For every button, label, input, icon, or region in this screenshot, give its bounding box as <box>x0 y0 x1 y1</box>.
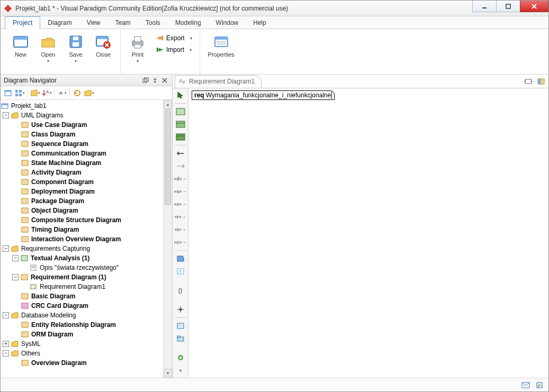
menu-window[interactable]: Window <box>209 16 246 29</box>
menu-project[interactable]: Project <box>5 16 40 29</box>
package-tool-icon[interactable] <box>174 333 187 344</box>
tree-crc-diagram[interactable]: CRC Card Diagram <box>31 302 88 309</box>
properties-button[interactable]: Properties <box>205 33 237 58</box>
anchor-tool-icon[interactable] <box>174 304 187 315</box>
menu-help[interactable]: Help <box>246 16 274 29</box>
tree-item[interactable]: Package Diagram <box>31 197 84 205</box>
palette-dropdown-icon[interactable]: ▾ <box>174 364 187 376</box>
tree-item[interactable]: Sequence Diagram <box>31 140 88 148</box>
collapse-icon[interactable]: − <box>3 312 9 318</box>
testcase-tool-icon[interactable] <box>174 131 187 143</box>
more-tools-icon[interactable] <box>174 352 187 363</box>
new-diagram-icon[interactable] <box>3 88 13 98</box>
scroll-thumb[interactable] <box>165 110 171 205</box>
tree-group-others[interactable]: Others <box>21 350 40 357</box>
derive-tool-icon[interactable] <box>174 160 187 172</box>
window-minimize-button[interactable] <box>472 1 497 12</box>
model-tool-icon[interactable] <box>174 118 187 130</box>
tree-requirement-diagram[interactable]: Requirement Diagram (1) <box>31 274 106 281</box>
expand-icon[interactable]: ▾ <box>30 88 40 98</box>
mail-icon[interactable] <box>521 380 530 390</box>
sort-icon[interactable]: A▾ <box>41 88 52 98</box>
open-folder-icon[interactable]: ▾ <box>84 88 94 98</box>
tree-item[interactable]: State Machine Diagram <box>31 159 101 167</box>
layers-icon[interactable] <box>536 76 546 87</box>
tree-group-database[interactable]: Database Modeling <box>21 312 76 319</box>
navigator-pin-icon[interactable] <box>151 76 159 85</box>
navigator-close-icon[interactable] <box>160 76 169 85</box>
dependency-r-tool-icon[interactable]: «r»→ <box>174 211 187 223</box>
svg-rect-52 <box>22 322 28 327</box>
tree-item[interactable]: Use Case Diagram <box>31 121 87 129</box>
tree-item[interactable]: Object Diagram <box>31 207 78 214</box>
collapse-icon[interactable]: − <box>12 255 19 261</box>
note-tool-icon[interactable] <box>174 253 187 265</box>
tree-item[interactable]: Interaction Overview Diagram <box>31 235 121 243</box>
dependency-s-tool-icon[interactable]: «s»→ <box>174 186 187 197</box>
tree-item-req1[interactable]: Requirement Diagram1 <box>40 283 105 290</box>
dependency-t-tool-icon[interactable]: «t»→ <box>174 224 187 235</box>
export-button[interactable]: Export ▾ <box>154 33 194 43</box>
image-tool-icon[interactable] <box>174 320 187 332</box>
tree-root[interactable]: Projekt_lab1 <box>11 102 47 110</box>
menu-tools[interactable]: Tools <box>138 16 168 29</box>
req-name-input[interactable]: Wymagania_funkcjonalne_i_niefunkcjonalne <box>206 92 332 99</box>
open-button[interactable]: Open ▾ <box>37 33 60 63</box>
dependency-c-tool-icon[interactable]: «c»→ <box>174 236 187 248</box>
requirement-tool-icon[interactable] <box>174 106 187 117</box>
tree-scrollbar[interactable]: ▴ ▾ <box>163 100 172 378</box>
tree-item[interactable]: Class Diagram <box>31 131 75 138</box>
tree-item[interactable]: Timing Diagram <box>31 226 79 233</box>
tree-item-opis[interactable]: Opis "świata rzeczywistego" <box>40 264 119 271</box>
collapse-icon[interactable]: − <box>3 112 9 118</box>
collapse-icon[interactable]: − <box>3 350 9 357</box>
diagram-type-icon <box>21 216 29 224</box>
window-close-button[interactable] <box>520 1 548 12</box>
containment-tool-icon[interactable] <box>174 148 187 159</box>
new-button[interactable]: New <box>9 33 32 58</box>
import-button[interactable]: Import ▾ <box>154 45 194 54</box>
diagram-canvas[interactable]: reqWymagania_funkcjonalne_i_niefunkcjona… <box>188 88 548 378</box>
tree-item[interactable]: Activity Diagram <box>31 169 82 176</box>
menu-team[interactable]: Team <box>108 16 138 29</box>
menu-view[interactable]: View <box>79 16 108 29</box>
print-button[interactable]: Print ▾ <box>126 33 149 63</box>
scroll-down-icon[interactable]: ▾ <box>164 369 172 378</box>
menu-modeling[interactable]: Modeling <box>168 16 209 29</box>
scroll-up-icon[interactable]: ▴ <box>164 100 172 109</box>
requirement-frame[interactable]: reqWymagania_funkcjonalne_i_niefunkcjona… <box>192 90 335 100</box>
view-mode-icon[interactable]: ▾ <box>14 88 25 98</box>
tree-basic-diagram[interactable]: Basic Diagram <box>31 293 75 300</box>
tree-group-requirements[interactable]: Requirements Capturing <box>21 245 90 252</box>
note-status-icon[interactable] <box>535 380 544 390</box>
dependency-v-tool-icon[interactable]: «v»→ <box>174 198 187 210</box>
tree-item[interactable]: Entity Relationship Diagram <box>31 321 116 329</box>
collapse-all-icon[interactable]: ▾ <box>57 88 67 98</box>
tree-item[interactable]: ORM Diagram <box>31 331 73 338</box>
refresh-icon[interactable] <box>72 88 83 98</box>
constraint-tool-icon[interactable]: {} <box>174 285 187 296</box>
navigator-restore-icon[interactable] <box>141 76 150 85</box>
text-tool-icon[interactable]: T <box>174 266 187 277</box>
fit-width-icon[interactable] <box>523 76 534 87</box>
menu-diagram[interactable]: Diagram <box>40 16 79 29</box>
save-button[interactable]: Save ▾ <box>64 33 87 63</box>
tree-item[interactable]: Deployment Diagram <box>31 188 95 195</box>
navigator-tree[interactable]: Projekt_lab1 − UML Diagrams Use Case Dia… <box>1 100 172 378</box>
expand-icon[interactable]: + <box>3 341 9 347</box>
tree-overview-diagram[interactable]: Overview Diagram <box>31 359 87 367</box>
tree-group-sysml[interactable]: SysML <box>21 340 41 348</box>
tree-textual-analysis[interactable]: Textual Analysis (1) <box>31 254 89 262</box>
tree-item[interactable]: Communication Diagram <box>31 150 106 157</box>
window-maximize-button[interactable] <box>496 1 520 12</box>
close-button[interactable]: Close <box>92 33 115 58</box>
tree-item[interactable]: Composite Structure Diagram <box>31 216 121 224</box>
collapse-icon[interactable]: − <box>12 274 19 280</box>
editor-tab-requirement[interactable]: Requirement Diagram1 <box>175 75 262 88</box>
tree-group-uml[interactable]: UML Diagrams <box>21 112 64 119</box>
tree-item[interactable]: Component Diagram <box>31 178 94 186</box>
cursor-tool-icon[interactable] <box>174 89 187 101</box>
collapse-icon[interactable]: − <box>3 245 9 252</box>
dependency-d-tool-icon[interactable]: «d»→ <box>174 173 187 185</box>
diagram-type-icon <box>21 293 29 300</box>
